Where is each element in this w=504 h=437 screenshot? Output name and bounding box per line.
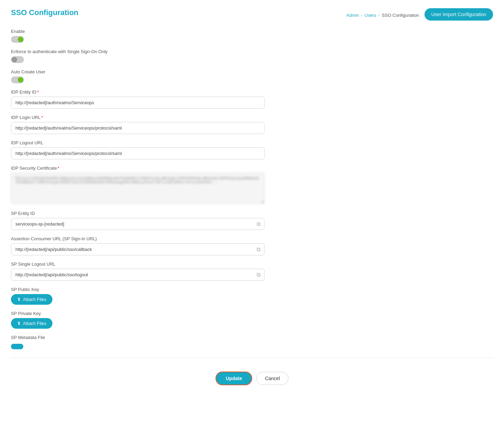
footer-actions: Update Cancel	[11, 366, 493, 391]
sp-metadata-field-group: SP Metadata File	[11, 335, 265, 349]
idp-security-cert-field-group: IDP Security Certificate * MIICmzCCAYMCB…	[11, 166, 265, 205]
enforce-toggle-slider[interactable]	[11, 56, 24, 63]
idp-security-cert-textarea[interactable]: MIICmzCCAYMCBgF8kKBMzTANBgkqhkiG9w0BAQsF…	[11, 173, 265, 204]
breadcrumb-current: SSO Configuration	[382, 13, 419, 18]
enable-toggle-wrapper	[11, 36, 265, 43]
enable-toggle[interactable]	[11, 36, 24, 43]
user-import-config-button[interactable]: User Import Configuration	[425, 8, 493, 21]
sp-metadata-label: SP Metadata File	[11, 335, 265, 340]
page-container: SSO Configuration Admin › Users › SSO Co…	[0, 0, 504, 437]
enable-label: Enable	[11, 29, 265, 34]
cancel-button[interactable]: Cancel	[256, 372, 288, 385]
sp-entity-id-input[interactable]	[11, 218, 265, 230]
idp-security-cert-label: IDP Security Certificate *	[11, 166, 265, 171]
sp-private-key-attach-button[interactable]: ⬆ Attach Files	[11, 318, 52, 329]
auto-create-label: Auto Create User	[11, 69, 265, 74]
sp-metadata-download-button[interactable]	[11, 344, 23, 349]
required-star-cert: *	[58, 166, 59, 171]
sp-single-logout-url-field-group: SP Single Logout URL ⧉	[11, 262, 265, 281]
breadcrumb-sep-1: ›	[361, 13, 362, 18]
header-row: SSO Configuration Admin › Users › SSO Co…	[11, 8, 493, 21]
idp-entity-id-input[interactable]	[11, 97, 265, 109]
footer-divider	[11, 357, 493, 358]
auto-create-toggle-slider[interactable]	[11, 76, 24, 83]
idp-logout-url-input[interactable]	[11, 147, 265, 159]
sp-entity-id-field-group: SP Entity ID ⧉	[11, 211, 265, 230]
page-title: SSO Configuration	[11, 8, 78, 17]
assertion-consumer-url-field-group: Assertion Consumer URL (SP Sign-In URL) …	[11, 236, 265, 255]
required-star-entity-id: *	[37, 89, 39, 95]
sp-entity-id-input-wrapper: ⧉	[11, 218, 265, 230]
assertion-consumer-url-input[interactable]	[11, 243, 265, 255]
enable-field-group: Enable	[11, 29, 265, 43]
assertion-consumer-url-input-wrapper: ⧉	[11, 243, 265, 255]
sp-single-logout-url-input-wrapper: ⧉	[11, 269, 265, 281]
idp-login-url-field-group: IDP Login URL *	[11, 115, 265, 134]
sp-private-key-label: SP Private Key	[11, 311, 265, 316]
sp-entity-id-copy-button[interactable]: ⧉	[255, 220, 262, 229]
auto-create-toggle[interactable]	[11, 76, 24, 83]
form-section: Enable Enforce to authenticate with Sing…	[11, 29, 265, 349]
sp-single-logout-url-copy-button[interactable]: ⧉	[255, 270, 262, 279]
title-area: SSO Configuration	[11, 8, 78, 17]
breadcrumb-users[interactable]: Users	[365, 13, 376, 18]
idp-logout-url-field-group: IDP Logout URL	[11, 140, 265, 159]
sp-single-logout-url-label: SP Single Logout URL	[11, 262, 265, 267]
auto-create-toggle-wrapper	[11, 76, 265, 83]
header-right: Admin › Users › SSO Configuration User I…	[346, 8, 493, 21]
sp-public-key-attach-button[interactable]: ⬆ Attach Files	[11, 294, 52, 305]
assertion-consumer-url-copy-button[interactable]: ⧉	[255, 245, 262, 254]
breadcrumb: Admin › Users › SSO Configuration	[346, 13, 419, 18]
sp-public-key-field-group: SP Public Key ⬆ Attach Files	[11, 287, 265, 305]
assertion-consumer-url-label: Assertion Consumer URL (SP Sign-In URL)	[11, 236, 265, 241]
sp-single-logout-url-input[interactable]	[11, 269, 265, 281]
idp-login-url-input[interactable]	[11, 122, 265, 134]
enforce-toggle-wrapper	[11, 56, 265, 63]
sp-private-key-field-group: SP Private Key ⬆ Attach Files	[11, 311, 265, 329]
upload-icon-2: ⬆	[17, 321, 21, 326]
idp-login-url-label: IDP Login URL *	[11, 115, 265, 120]
auto-create-field-group: Auto Create User	[11, 69, 265, 83]
idp-entity-id-field-group: IDP Entity ID *	[11, 89, 265, 109]
sp-entity-id-label: SP Entity ID	[11, 211, 265, 216]
breadcrumb-admin[interactable]: Admin	[346, 13, 359, 18]
sp-public-key-label: SP Public Key	[11, 287, 265, 292]
upload-icon-1: ⬆	[17, 297, 21, 302]
idp-entity-id-label: IDP Entity ID *	[11, 89, 265, 95]
breadcrumb-sep-2: ›	[378, 13, 380, 18]
required-star-login-url: *	[41, 115, 43, 120]
idp-logout-url-label: IDP Logout URL	[11, 140, 265, 145]
enable-toggle-slider[interactable]	[11, 36, 24, 43]
enforce-toggle[interactable]	[11, 56, 24, 63]
enforce-label: Enforce to authenticate with Single Sign…	[11, 49, 265, 54]
update-button[interactable]: Update	[216, 372, 252, 385]
enforce-field-group: Enforce to authenticate with Single Sign…	[11, 49, 265, 63]
